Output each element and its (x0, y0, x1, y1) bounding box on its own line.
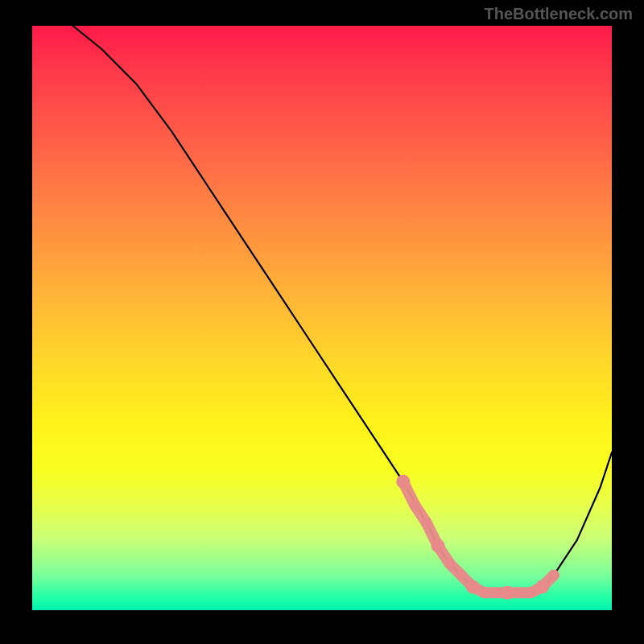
highlight-marker-dot (410, 500, 420, 510)
highlight-marker-dot (396, 475, 410, 489)
highlight-marker-dot (526, 588, 536, 598)
bottleneck-curve-line (72, 26, 612, 592)
highlight-marker-dot (456, 570, 466, 580)
chart-container: TheBottleneck.com (0, 0, 644, 644)
watermark-text: TheBottleneck.com (485, 5, 633, 23)
highlight-marker-dot (466, 580, 480, 594)
highlight-marker-dot (491, 588, 502, 598)
highlight-marker-dot (479, 588, 489, 598)
highlight-markers (396, 475, 559, 600)
plot-area (32, 26, 612, 610)
highlight-marker-dot (431, 539, 445, 553)
highlight-marker-dot (501, 586, 514, 600)
highlight-marker-dot (421, 518, 431, 528)
highlight-marker-dot (549, 570, 559, 580)
chart-overlay (32, 26, 612, 610)
highlight-marker-dot (535, 580, 549, 594)
highlight-marker-dot (514, 588, 524, 598)
highlight-marker-dot (444, 558, 455, 568)
